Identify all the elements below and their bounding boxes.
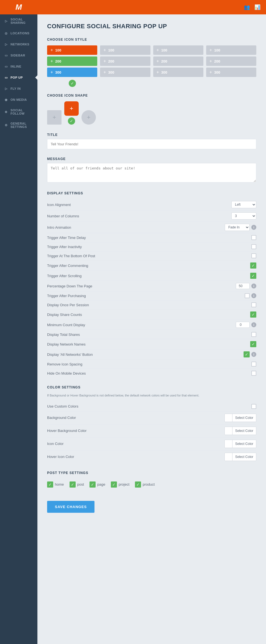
setting-row-animation: Intro Animation Fade InSlide InNone i [47,222,256,233]
icon-style-col-1: + 100 + 200 + 300 ✓ [47,45,97,87]
page-title: Configure Social Sharing Pop Up [47,23,256,30]
icon-style-300-blue[interactable]: + 300 [47,68,97,77]
min-count-name: Minimum Count Display [47,323,236,327]
sidebar-item-general-settings[interactable]: ⚙ General Settings [0,119,37,132]
hover-icon-color-select-btn[interactable]: Select Color [224,453,256,461]
users-icon[interactable]: 👥 [244,4,250,10]
setting-row-network-names: Display Network Names ✓ [47,339,256,349]
color-row-icon: Icon Color Select Color [47,437,256,450]
columns-select[interactable]: 12345 [231,212,256,220]
per-session-checkbox[interactable] [251,302,256,307]
hide-mobile-checkbox[interactable] [251,371,256,376]
total-shares-checkbox[interactable] [251,332,256,337]
color-settings-label: Color Settings [47,385,256,389]
sidebar-item-locations[interactable]: ◎ Locations [0,28,37,39]
sidebar: M ▷ Social Sharing ◎ Locations ▷ Network… [0,0,37,644]
icon-style-100-grey-2[interactable]: + 100 [100,45,150,55]
icon-style-200-green[interactable]: + 200 [47,56,97,66]
home-checkbox[interactable]: ✓ [47,481,53,488]
icon-color-select-btn[interactable]: Select Color [224,440,256,448]
shape-circle-btn[interactable]: + [81,110,96,125]
icon-style-300-grey-2[interactable]: + 300 [100,68,150,77]
setting-row-inactivity: Trigger After Inactivity [47,242,256,251]
sidebar-item-social-sharing[interactable]: ▷ Social Sharing [0,14,37,28]
sidebar-item-inline[interactable]: ▭ Inline [0,61,37,72]
message-textarea[interactable] [47,163,256,182]
animation-name: Intro Animation [47,225,225,230]
product-checkbox[interactable]: ✓ [135,481,141,488]
project-checkbox[interactable]: ✓ [111,481,117,488]
icon-style-100-grey-4[interactable]: + 100 [206,45,256,55]
icon-spacing-checkbox[interactable] [251,362,256,367]
sidebar-header: M [0,0,37,14]
network-icon: ▷ [4,42,8,47]
scrolling-control: ✓ [250,273,256,279]
commenting-control: ✓ [250,262,256,269]
sidebar-item-on-media[interactable]: ◉ On Media [0,94,37,105]
icon-color-name: Icon Color [47,442,224,446]
scrolling-checkbox[interactable]: ✓ [250,273,256,279]
sidebar-item-social-follow[interactable]: ⊕ Social Follow [0,105,37,119]
logo: M [16,3,22,12]
inactivity-checkbox[interactable] [251,244,256,249]
purchasing-control: i [245,293,256,298]
network-names-control: ✓ [250,341,256,347]
sidebar-item-popup[interactable]: ▭ Pop Up [0,72,37,83]
time-delay-checkbox[interactable] [251,235,256,240]
setting-row-time-delay: Trigger After Time Delay [47,233,256,242]
setting-row-scrolling: Trigger After Scrolling ✓ [47,271,256,281]
save-changes-button[interactable]: Save Changes [47,501,94,513]
time-delay-control [251,235,256,240]
min-count-input[interactable] [236,322,250,328]
shape-rounded-btn[interactable]: + [64,101,79,116]
bottom-post-checkbox[interactable] [251,253,256,258]
icon-style-col-2: + 100 + 200 + 300 [100,45,150,87]
hover-bg-color-select-btn[interactable]: Select Color [224,427,256,435]
icon-alignment-name: Icon Alignment [47,203,231,207]
title-input[interactable] [47,139,256,149]
icon-style-200-grey-2[interactable]: + 200 [100,56,150,66]
percentage-info-icon: i [251,284,256,288]
icon-style-grid: + 100 + 200 + 300 ✓ + 100 [47,45,256,87]
bg-color-select-btn[interactable]: Select Color [224,414,256,422]
shape-square-btn[interactable]: + [47,110,62,125]
inactivity-control [251,244,256,249]
icon-style-100-grey-3[interactable]: + 100 [153,45,203,55]
chart-icon[interactable]: 📊 [254,4,260,10]
icon-style-300-grey-4[interactable]: + 300 [206,68,256,77]
icon-alignment-select[interactable]: LeftCenterRight [231,201,256,208]
commenting-checkbox[interactable]: ✓ [250,262,256,269]
page-checkbox[interactable]: ✓ [89,481,96,488]
hover-bg-color-select-label: Select Color [232,427,256,435]
setting-row-commenting: Trigger After Commenting ✓ [47,261,256,271]
all-networks-control: ✓ i [244,351,256,357]
post-checkbox[interactable]: ✓ [70,481,76,488]
sidebar-nav-icon: ▭ [4,53,8,58]
icon-style-200-grey-3[interactable]: + 200 [153,56,203,66]
sidebar-item-fly-in[interactable]: ▷ Fly In [0,83,37,94]
location-icon: ◎ [4,31,8,35]
purchasing-checkbox[interactable] [245,293,250,298]
color-settings-section: Color Settings If Background or Hover Ba… [47,385,256,463]
setting-row-per-session: Display Once Per Session [47,300,256,310]
animation-select[interactable]: Fade InSlide InNone [225,224,250,231]
setting-row-min-count: Minimum Count Display i [47,320,256,330]
page-label: page [97,482,105,486]
sidebar-item-networks[interactable]: ▷ Networks [0,39,37,50]
icon-style-200-grey-4[interactable]: + 200 [206,56,256,66]
total-shares-name: Display Total Shares [47,333,251,337]
sidebar-item-sidebar[interactable]: ▭ Sidebar [0,50,37,61]
share-counts-checkbox[interactable]: ✓ [250,311,256,318]
icon-style-300-grey-3[interactable]: + 300 [153,68,203,77]
custom-colors-checkbox[interactable] [251,404,256,409]
network-names-checkbox[interactable]: ✓ [250,341,256,347]
plus-icon: + [157,70,159,75]
icon-style-100-red[interactable]: + 100 [47,45,97,55]
plus-icon: + [209,70,212,75]
all-networks-checkbox[interactable]: ✓ [244,351,250,357]
color-row-bg: Background Color Select Color [47,411,256,424]
per-session-name: Display Once Per Session [47,303,251,307]
percentage-input[interactable] [236,283,250,289]
hide-mobile-name: Hide On Mobile Devices [47,371,251,375]
setting-row-bottom-post: Trigger At The Bottom Of Post [47,251,256,261]
